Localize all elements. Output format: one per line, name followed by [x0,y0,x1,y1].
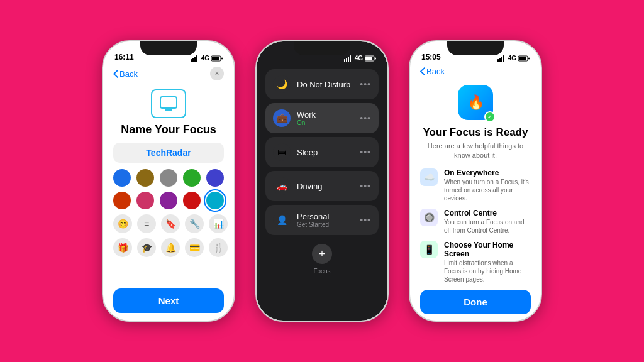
svg-rect-12 [348,57,349,62]
svg-rect-23 [528,57,530,59]
icon-chart[interactable]: 📊 [209,214,228,233]
svg-rect-3 [196,55,197,62]
monitor-icon [151,89,186,118]
homescreen-title: Choose Your Home Screen [444,241,531,258]
svg-rect-11 [346,58,347,62]
personal-dots[interactable]: ••• [360,215,371,225]
back-button-3[interactable]: Back [420,67,445,76]
work-icon: 💼 [273,109,291,127]
network-label-3: 4G [508,55,516,62]
focus-label: Focus [265,268,379,280]
personal-title: Personal [297,212,353,221]
icon-food[interactable]: 🍴 [209,238,228,257]
back-button-1[interactable]: Back [113,69,138,79]
icon-emoji[interactable]: 😊 [113,214,132,233]
control-desc: You can turn a Focus on and off from Con… [444,218,531,234]
color-green[interactable] [183,169,201,187]
sleep-text: Sleep [297,148,353,157]
nav-bar-1: Back × [113,64,224,85]
info-text-homescreen: Choose Your Home Screen Limit distractio… [444,241,531,283]
color-crimson[interactable] [183,192,201,209]
focus-item-personal[interactable]: 👤 Personal Get Started ••• [265,205,379,235]
color-red[interactable] [113,192,131,209]
control-title: Control Centre [444,209,531,217]
status-icons-3: 4G [497,55,530,62]
phone3-content: Back 🔥 ✓ Your Focus is Ready Here are a … [410,64,541,321]
svg-rect-10 [344,59,345,62]
icon-bell[interactable]: 🔔 [161,238,180,257]
sleep-title: Sleep [297,148,353,157]
color-purple[interactable] [160,192,177,209]
cloud-icon: ☁️ [420,168,438,186]
svg-rect-6 [221,57,223,59]
svg-rect-0 [191,59,192,62]
page-title-1: Name Your Focus [113,123,224,136]
dnd-dots[interactable]: ••• [360,79,371,89]
svg-rect-13 [350,55,351,62]
sleep-icon: 🛏 [273,143,291,161]
info-item-control: 🔘 Control Centre You can turn a Focus on… [420,209,531,234]
icon-card[interactable]: 💳 [185,238,204,257]
icon-list[interactable]: ≡ [137,214,156,233]
icon-bookmark[interactable]: 🔖 [161,214,180,233]
next-button[interactable]: Next [113,288,224,313]
phone-3: 15:05 4G Back 🔥 ✓ Your Focus is Ready [409,40,542,322]
info-item-homescreen: 📱 Choose Your Home Screen Limit distract… [420,241,531,283]
work-subtitle: On [297,119,353,126]
add-focus-button[interactable]: + [312,244,332,264]
phone-2: 4G 🌙 Do Not Disturb ••• 💼 Work On ••• [255,40,389,322]
time-1: 16:11 [114,53,134,62]
ready-icon-box: 🔥 ✓ [420,85,531,120]
dnd-text: Do Not Disturb [297,80,353,89]
color-pink[interactable] [136,192,154,209]
focus-list: 🌙 Do Not Disturb ••• 💼 Work On ••• 🛏 Sle… [257,64,387,321]
signal-icon [191,55,199,62]
chevron-left-icon [113,70,118,78]
homescreen-icon: 📱 [420,241,438,258]
color-grid [113,169,224,209]
color-brown[interactable] [136,169,154,187]
status-icons-2: 4G [344,55,376,62]
svg-rect-20 [503,55,504,62]
done-button[interactable]: Done [420,290,531,314]
phone-1: 16:11 4G Back × [102,40,235,322]
status-icons-1: 4G [191,55,223,62]
focus-item-driving[interactable]: 🚗 Driving ••• [265,171,379,201]
focus-item-dnd[interactable]: 🌙 Do Not Disturb ••• [265,69,379,99]
icon-gift[interactable]: 🎁 [113,238,132,257]
focus-item-work[interactable]: 💼 Work On ••• [265,103,379,133]
driving-dots[interactable]: ••• [360,181,371,191]
sleep-dots[interactable]: ••• [360,147,371,157]
color-indigo[interactable] [206,169,224,187]
personal-icon: 👤 [273,211,291,229]
info-text-everywhere: On Everywhere When you turn on a Focus, … [444,168,531,202]
svg-rect-18 [499,58,501,62]
driving-title: Driving [297,182,353,191]
svg-rect-16 [375,57,376,59]
homescreen-desc: Limit distractions when a Focus is on by… [444,259,531,283]
icon-tool[interactable]: 🔧 [185,214,204,233]
network-label-2: 4G [355,55,363,62]
check-badge: ✓ [484,111,496,123]
personal-subtitle: Get Started [297,221,353,228]
color-gray[interactable] [160,169,177,187]
name-input-1[interactable]: TechRadar [113,143,224,163]
close-button-1[interactable]: × [210,67,224,80]
color-blue[interactable] [113,169,131,187]
color-teal[interactable] [206,192,224,209]
info-text-control: Control Centre You can turn a Focus on a… [444,209,531,234]
battery-icon-2 [365,55,376,62]
focus-item-sleep[interactable]: 🛏 Sleep ••• [265,137,379,167]
nav-bar-3: Back [420,64,531,80]
icon-grad[interactable]: 🎓 [137,238,156,257]
monitor-svg [160,96,177,111]
dnd-icon: 🌙 [273,75,291,93]
work-dots[interactable]: ••• [360,113,371,123]
notch-3 [447,41,504,55]
battery-icon [211,55,223,62]
svg-rect-17 [497,59,499,62]
svg-rect-5 [212,57,219,60]
signal-icon-2 [344,55,353,62]
everywhere-title: On Everywhere [444,168,531,177]
time-3: 15:05 [421,53,441,62]
